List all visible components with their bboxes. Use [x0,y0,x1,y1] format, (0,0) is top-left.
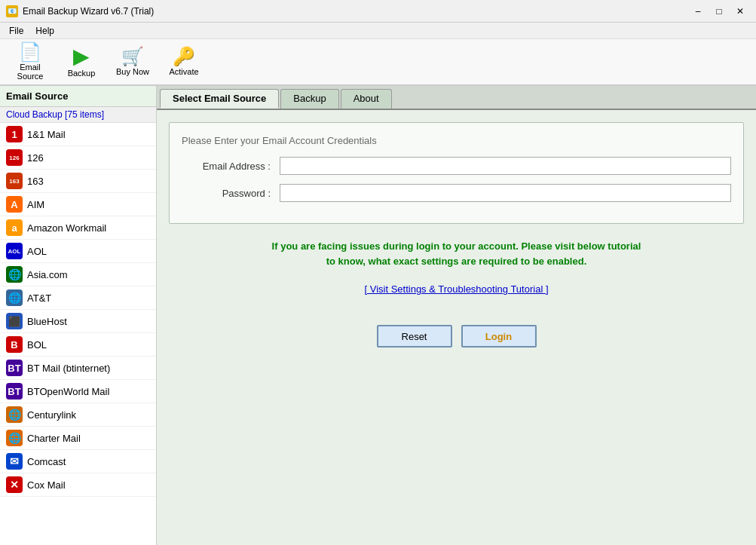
titlebar-controls: – □ ✕ [688,4,750,19]
toolbar-activate[interactable]: 🔑 Activate [160,41,208,82]
toolbar-buy-now[interactable]: 🛒 Buy Now [109,41,157,82]
menu-help[interactable]: Help [29,24,60,38]
att-label: AT&T [27,292,51,304]
btopenworld-label: BTOpenWorld Mail [27,386,109,397]
sidebar-item-centurylink[interactable]: 🌐Centurylink [0,403,156,427]
login-button[interactable]: Login [461,325,537,348]
main-layout: Email Source Cloud Backup [75 items] 11&… [0,86,756,545]
sidebar-item-charter[interactable]: 🌐Charter Mail [0,427,156,450]
bluehost-icon: ⬛ [6,313,23,329]
toolbar-email-source[interactable]: 📄 Email Source [6,41,54,82]
sidebar: Email Source Cloud Backup [75 items] 11&… [0,86,157,545]
sidebar-items-container: 11&1 Mail126126163163AAIMaAmazon Workmai… [0,123,156,497]
aol-icon: AOL [6,243,23,259]
buy-now-icon: 🛒 [121,47,144,66]
email-input[interactable] [280,157,731,175]
sidebar-item-comcast[interactable]: ✉Comcast [0,450,156,473]
aim-icon: A [6,196,23,213]
minimize-button[interactable]: – [688,4,708,19]
menubar: File Help [0,23,756,39]
content-area: Select Email Source Backup About Please … [157,86,756,545]
sidebar-item-asiacom[interactable]: 🌐Asia.com [0,263,156,286]
bluehost-label: BlueHost [27,316,67,327]
email-source-icon: 📄 [19,43,41,61]
asiacom-label: Asia.com [27,269,67,280]
bol-label: BOL [27,339,47,351]
126-icon: 126 [6,149,23,166]
163-label: 163 [27,176,44,187]
bol-icon: B [6,336,23,353]
126-label: 126 [27,152,44,164]
button-row: Reset Login [169,325,744,348]
sidebar-item-aol[interactable]: AOLAOL [0,240,156,263]
password-input[interactable] [280,184,731,202]
aim-label: AIM [27,199,44,210]
tab-backup-label: Backup [293,93,326,104]
sidebar-item-btmail[interactable]: BTBT Mail (btinternet) [0,357,156,380]
toolbar-backup[interactable]: ▶ Backup [57,41,106,82]
activate-icon: 🔑 [173,47,195,66]
tab-about-label: About [354,93,379,104]
menu-file[interactable]: File [3,24,29,38]
password-row: Password : [182,184,731,202]
close-button[interactable]: ✕ [730,4,750,19]
sidebar-item-163[interactable]: 163163 [0,170,156,193]
sidebar-item-1and1[interactable]: 11&1 Mail [0,123,156,146]
sidebar-scroll[interactable]: Cloud Backup [75 items] 11&1 Mail1261261… [0,107,156,545]
comcast-icon: ✉ [6,453,23,470]
amazon-icon: a [6,219,23,236]
sidebar-item-bluehost[interactable]: ⬛BlueHost [0,310,156,333]
charter-icon: 🌐 [6,430,23,446]
sidebar-item-126[interactable]: 126126 [0,146,156,170]
163-icon: 163 [6,173,23,189]
tab-backup[interactable]: Backup [280,89,338,109]
centurylink-label: Centurylink [27,409,76,421]
sidebar-item-coxmail[interactable]: ✕Cox Mail [0,473,156,497]
att-icon: 🌐 [6,289,23,306]
comcast-label: Comcast [27,456,66,467]
backup-icon: ▶ [73,46,90,67]
reset-button[interactable]: Reset [377,325,452,348]
1and1-icon: 1 [6,126,23,142]
tab-about[interactable]: About [341,89,392,109]
sidebar-item-att[interactable]: 🌐AT&T [0,286,156,310]
email-row: Email Address : [182,157,731,175]
sidebar-item-bol[interactable]: BBOL [0,333,156,357]
amazon-label: Amazon Workmail [27,222,106,234]
toolbar-backup-label: Backup [68,69,96,78]
asiacom-icon: 🌐 [6,266,23,283]
maximize-button[interactable]: □ [709,4,729,19]
credentials-box: Please Enter your Email Account Credenti… [169,122,744,224]
email-label: Email Address : [182,161,280,172]
sidebar-group-cloud[interactable]: Cloud Backup [75 items] [0,107,156,123]
tab-bar: Select Email Source Backup About [157,86,756,110]
tab-select-label: Select Email Source [173,93,266,104]
btmail-label: BT Mail (btinternet) [27,363,110,374]
charter-label: Charter Mail [27,433,81,444]
aol-label: AOL [27,246,47,257]
toolbar: 📄 Email Source ▶ Backup 🛒 Buy Now 🔑 Acti… [0,39,756,86]
btopenworld-icon: BT [6,383,23,400]
titlebar: 📧 Email Backup Wizard v6.7 (Trial) – □ ✕ [0,0,756,23]
btmail-icon: BT [6,360,23,376]
content-panel: Please Enter your Email Account Credenti… [157,110,756,545]
credentials-title: Please Enter your Email Account Credenti… [182,135,731,146]
sidebar-item-aim[interactable]: AAIM [0,193,156,216]
centurylink-icon: 🌐 [6,406,23,423]
password-label: Password : [182,188,280,199]
sidebar-item-amazon[interactable]: aAmazon Workmail [0,216,156,240]
sidebar-header: Email Source [0,86,156,107]
coxmail-icon: ✕ [6,476,23,493]
tutorial-link[interactable]: [ Visit Settings & Troubleshooting Tutor… [169,283,744,295]
toolbar-activate-label: Activate [169,67,198,76]
coxmail-label: Cox Mail [27,479,66,491]
info-message: If you are facing issues during login to… [268,239,645,268]
toolbar-email-source-label: Email Source [10,63,51,81]
sidebar-item-btopenworld[interactable]: BTBTOpenWorld Mail [0,380,156,403]
titlebar-title: Email Backup Wizard v6.7 (Trial) [23,6,688,17]
tab-select-email-source[interactable]: Select Email Source [160,89,279,109]
toolbar-buy-now-label: Buy Now [116,67,149,76]
app-icon: 📧 [6,5,18,17]
1and1-label: 1&1 Mail [27,129,66,140]
